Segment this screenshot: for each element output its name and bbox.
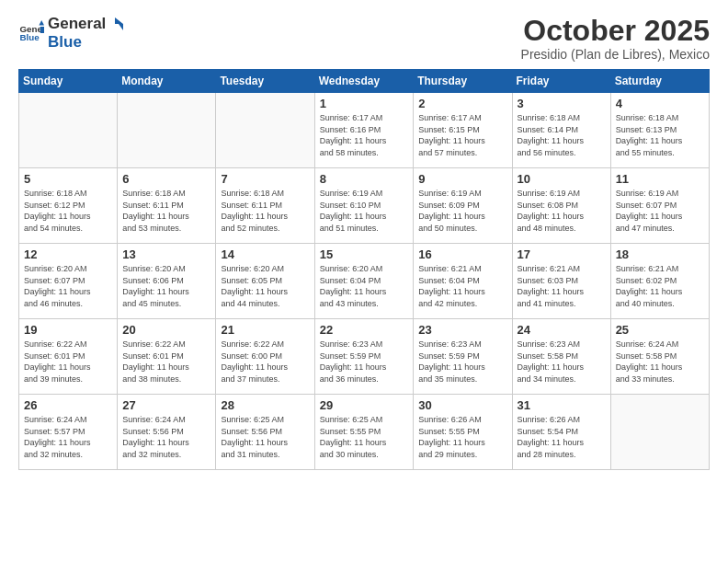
- calendar-cell: 7Sunrise: 6:18 AMSunset: 6:11 PMDaylight…: [216, 168, 314, 244]
- calendar-body: 1Sunrise: 6:17 AMSunset: 6:16 PMDaylight…: [19, 93, 710, 470]
- day-info: Sunrise: 6:20 AMSunset: 6:04 PMDaylight:…: [320, 263, 409, 309]
- calendar-cell: 29Sunrise: 6:25 AMSunset: 5:55 PMDayligh…: [314, 395, 414, 470]
- svg-marker-2: [39, 20, 44, 26]
- logo-blue: Blue: [48, 33, 82, 51]
- calendar-cell: 24Sunrise: 6:23 AMSunset: 5:58 PMDayligh…: [512, 319, 610, 395]
- calendar-cell: 13Sunrise: 6:20 AMSunset: 6:06 PMDayligh…: [118, 244, 216, 319]
- day-info: Sunrise: 6:25 AMSunset: 5:55 PMDaylight:…: [320, 414, 409, 460]
- calendar-cell: 11Sunrise: 6:19 AMSunset: 6:07 PMDayligh…: [610, 168, 709, 244]
- day-number: 31: [518, 398, 606, 412]
- page-container: General Blue General Blue October: [0, 0, 728, 479]
- calendar-cell: [118, 93, 216, 168]
- day-number: 20: [122, 323, 210, 337]
- calendar-cell: 9Sunrise: 6:19 AMSunset: 6:09 PMDaylight…: [414, 168, 512, 244]
- calendar-cell: [19, 93, 118, 168]
- day-number: 18: [616, 247, 704, 261]
- day-number: 27: [122, 398, 210, 412]
- day-info: Sunrise: 6:23 AMSunset: 5:58 PMDaylight:…: [518, 339, 606, 385]
- day-info: Sunrise: 6:19 AMSunset: 6:10 PMDaylight:…: [320, 188, 409, 234]
- calendar-cell: 21Sunrise: 6:22 AMSunset: 6:00 PMDayligh…: [216, 319, 314, 395]
- header-row: General Blue General Blue October: [18, 15, 710, 62]
- day-info: Sunrise: 6:20 AMSunset: 6:07 PMDaylight:…: [24, 263, 112, 309]
- calendar-cell: 12Sunrise: 6:20 AMSunset: 6:07 PMDayligh…: [19, 244, 118, 319]
- calendar-cell: 18Sunrise: 6:21 AMSunset: 6:02 PMDayligh…: [610, 244, 709, 319]
- day-number: 7: [221, 172, 309, 186]
- day-info: Sunrise: 6:23 AMSunset: 5:59 PMDaylight:…: [418, 339, 506, 385]
- logo-icon: General Blue: [18, 20, 44, 46]
- day-number: 16: [418, 247, 506, 261]
- calendar-cell: 20Sunrise: 6:22 AMSunset: 6:01 PMDayligh…: [118, 319, 216, 395]
- day-info: Sunrise: 6:19 AMSunset: 6:09 PMDaylight:…: [418, 188, 506, 234]
- calendar-cell: 30Sunrise: 6:26 AMSunset: 5:55 PMDayligh…: [414, 395, 512, 470]
- calendar-cell: 28Sunrise: 6:25 AMSunset: 5:56 PMDayligh…: [216, 395, 314, 470]
- day-info: Sunrise: 6:24 AMSunset: 5:58 PMDaylight:…: [616, 339, 704, 385]
- calendar-week-row: 1Sunrise: 6:17 AMSunset: 6:16 PMDaylight…: [19, 93, 710, 168]
- calendar-cell: 1Sunrise: 6:17 AMSunset: 6:16 PMDaylight…: [314, 93, 414, 168]
- day-info: Sunrise: 6:20 AMSunset: 6:05 PMDaylight:…: [221, 263, 309, 309]
- month-title: October 2025: [521, 15, 710, 47]
- day-number: 3: [518, 97, 606, 110]
- day-number: 8: [320, 172, 409, 186]
- day-info: Sunrise: 6:17 AMSunset: 6:16 PMDaylight:…: [320, 112, 409, 158]
- day-number: 6: [122, 172, 210, 186]
- location-title: Presidio (Plan de Libres), Mexico: [521, 47, 710, 62]
- calendar-cell: 8Sunrise: 6:19 AMSunset: 6:10 PMDaylight…: [314, 168, 414, 244]
- day-info: Sunrise: 6:17 AMSunset: 6:15 PMDaylight:…: [418, 112, 506, 158]
- calendar-table: Sunday Monday Tuesday Wednesday Thursday…: [18, 69, 710, 470]
- col-thursday: Thursday: [414, 70, 512, 93]
- day-number: 28: [221, 398, 309, 412]
- calendar-cell: 5Sunrise: 6:18 AMSunset: 6:12 PMDaylight…: [19, 168, 118, 244]
- calendar-cell: 17Sunrise: 6:21 AMSunset: 6:03 PMDayligh…: [512, 244, 610, 319]
- day-info: Sunrise: 6:20 AMSunset: 6:06 PMDaylight:…: [122, 263, 210, 309]
- day-number: 22: [320, 323, 409, 337]
- day-info: Sunrise: 6:18 AMSunset: 6:11 PMDaylight:…: [221, 188, 309, 234]
- day-info: Sunrise: 6:18 AMSunset: 6:11 PMDaylight:…: [122, 188, 210, 234]
- day-info: Sunrise: 6:26 AMSunset: 5:54 PMDaylight:…: [518, 414, 606, 460]
- title-block: October 2025 Presidio (Plan de Libres), …: [521, 15, 710, 62]
- calendar-cell: 25Sunrise: 6:24 AMSunset: 5:58 PMDayligh…: [610, 319, 709, 395]
- calendar-cell: 3Sunrise: 6:18 AMSunset: 6:14 PMDaylight…: [512, 93, 610, 168]
- svg-marker-4: [115, 17, 123, 24]
- calendar-cell: 14Sunrise: 6:20 AMSunset: 6:05 PMDayligh…: [216, 244, 314, 319]
- day-number: 19: [24, 323, 112, 337]
- calendar-cell: 15Sunrise: 6:20 AMSunset: 6:04 PMDayligh…: [314, 244, 414, 319]
- svg-marker-5: [119, 24, 123, 30]
- day-number: 13: [122, 247, 210, 261]
- calendar-cell: 26Sunrise: 6:24 AMSunset: 5:57 PMDayligh…: [19, 395, 118, 470]
- calendar-cell: [610, 395, 709, 470]
- day-number: 14: [221, 247, 309, 261]
- day-info: Sunrise: 6:19 AMSunset: 6:08 PMDaylight:…: [518, 188, 606, 234]
- day-info: Sunrise: 6:19 AMSunset: 6:07 PMDaylight:…: [616, 188, 704, 234]
- day-number: 5: [24, 172, 112, 186]
- svg-text:Blue: Blue: [19, 32, 40, 42]
- day-info: Sunrise: 6:21 AMSunset: 6:04 PMDaylight:…: [418, 263, 506, 309]
- logo-general: General: [48, 15, 106, 33]
- day-number: 12: [24, 247, 112, 261]
- calendar-cell: [216, 93, 314, 168]
- logo-wordmark: General Blue: [48, 15, 124, 52]
- svg-marker-3: [40, 27, 44, 33]
- day-number: 30: [418, 398, 506, 412]
- day-number: 26: [24, 398, 112, 412]
- calendar-cell: 22Sunrise: 6:23 AMSunset: 5:59 PMDayligh…: [314, 319, 414, 395]
- day-info: Sunrise: 6:21 AMSunset: 6:03 PMDaylight:…: [518, 263, 606, 309]
- day-info: Sunrise: 6:25 AMSunset: 5:56 PMDaylight:…: [221, 414, 309, 460]
- calendar-week-row: 12Sunrise: 6:20 AMSunset: 6:07 PMDayligh…: [19, 244, 710, 319]
- col-saturday: Saturday: [610, 70, 709, 93]
- col-tuesday: Tuesday: [216, 70, 314, 93]
- day-info: Sunrise: 6:18 AMSunset: 6:12 PMDaylight:…: [24, 188, 112, 234]
- calendar-week-row: 26Sunrise: 6:24 AMSunset: 5:57 PMDayligh…: [19, 395, 710, 470]
- day-info: Sunrise: 6:21 AMSunset: 6:02 PMDaylight:…: [616, 263, 704, 309]
- day-number: 24: [518, 323, 606, 337]
- day-info: Sunrise: 6:18 AMSunset: 6:13 PMDaylight:…: [616, 112, 704, 158]
- calendar-week-row: 5Sunrise: 6:18 AMSunset: 6:12 PMDaylight…: [19, 168, 710, 244]
- calendar-cell: 2Sunrise: 6:17 AMSunset: 6:15 PMDaylight…: [414, 93, 512, 168]
- calendar-cell: 10Sunrise: 6:19 AMSunset: 6:08 PMDayligh…: [512, 168, 610, 244]
- col-sunday: Sunday: [19, 70, 118, 93]
- day-number: 2: [418, 97, 506, 110]
- day-number: 17: [518, 247, 606, 261]
- day-number: 29: [320, 398, 409, 412]
- col-wednesday: Wednesday: [314, 70, 414, 93]
- day-info: Sunrise: 6:26 AMSunset: 5:55 PMDaylight:…: [418, 414, 506, 460]
- logo: General Blue General Blue: [18, 15, 124, 52]
